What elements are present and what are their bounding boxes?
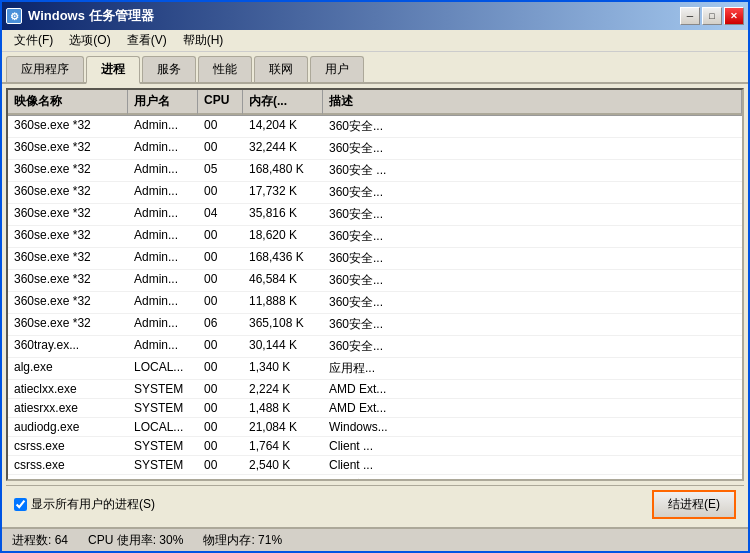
- cpu-usage: CPU 使用率: 30%: [88, 532, 183, 549]
- content-area: 映像名称 用户名 CPU 内存(... 描述 360se.exe *32Admi…: [2, 84, 748, 527]
- table-row[interactable]: csrss.exeSYSTEM001,764 KClient ...: [8, 437, 742, 456]
- table-row[interactable]: csrss.exeSYSTEM002,540 KClient ...: [8, 456, 742, 475]
- tab-network[interactable]: 联网: [254, 56, 308, 82]
- tab-performance[interactable]: 性能: [198, 56, 252, 82]
- table-row[interactable]: 360se.exe *32Admin...0018,620 K360安全...: [8, 226, 742, 248]
- table-row[interactable]: audiodg.exeLOCAL...0021,084 KWindows...: [8, 418, 742, 437]
- table-row[interactable]: 360se.exe *32Admin...0435,816 K360安全...: [8, 204, 742, 226]
- memory-usage: 物理内存: 71%: [203, 532, 282, 549]
- table-row[interactable]: dwm.exeAdmin...0012,984 K桌面窗...: [8, 475, 742, 479]
- title-bar-left: ⚙ Windows 任务管理器: [6, 7, 154, 25]
- process-table: 映像名称 用户名 CPU 内存(... 描述 360se.exe *32Admi…: [6, 88, 744, 481]
- tab-applications[interactable]: 应用程序: [6, 56, 84, 82]
- table-row[interactable]: 360se.exe *32Admin...0011,888 K360安全...: [8, 292, 742, 314]
- bottom-bar: 显示所有用户的进程(S) 结进程(E): [6, 485, 744, 523]
- menu-bar: 文件(F) 选项(O) 查看(V) 帮助(H): [2, 30, 748, 52]
- window-icon: ⚙: [6, 8, 22, 24]
- menu-help[interactable]: 帮助(H): [175, 30, 232, 51]
- tab-users[interactable]: 用户: [310, 56, 364, 82]
- show-all-users-checkbox[interactable]: 显示所有用户的进程(S): [14, 496, 155, 513]
- col-cpu[interactable]: CPU: [198, 90, 243, 115]
- close-button[interactable]: ✕: [724, 7, 744, 25]
- title-bar: ⚙ Windows 任务管理器 ─ □ ✕: [2, 2, 748, 30]
- table-row[interactable]: 360se.exe *32Admin...0046,584 K360安全...: [8, 270, 742, 292]
- menu-view[interactable]: 查看(V): [119, 30, 175, 51]
- table-row[interactable]: alg.exeLOCAL...001,340 K应用程...: [8, 358, 742, 380]
- table-row[interactable]: atiesrxx.exeSYSTEM001,488 KAMD Ext...: [8, 399, 742, 418]
- show-all-label: 显示所有用户的进程(S): [31, 496, 155, 513]
- col-name[interactable]: 映像名称: [8, 90, 128, 115]
- table-row[interactable]: 360se.exe *32Admin...0014,204 K360安全...: [8, 116, 742, 138]
- table-row[interactable]: 360tray.ex...Admin...0030,144 K360安全...: [8, 336, 742, 358]
- col-user[interactable]: 用户名: [128, 90, 198, 115]
- menu-file[interactable]: 文件(F): [6, 30, 61, 51]
- tab-processes[interactable]: 进程: [86, 56, 140, 84]
- table-row[interactable]: 360se.exe *32Admin...0017,732 K360安全...: [8, 182, 742, 204]
- window-title: Windows 任务管理器: [28, 7, 154, 25]
- minimize-button[interactable]: ─: [680, 7, 700, 25]
- tab-services[interactable]: 服务: [142, 56, 196, 82]
- table-row[interactable]: atieclxx.exeSYSTEM002,224 KAMD Ext...: [8, 380, 742, 399]
- menu-options[interactable]: 选项(O): [61, 30, 118, 51]
- end-process-button[interactable]: 结进程(E): [652, 490, 736, 519]
- col-memory[interactable]: 内存(...: [243, 90, 323, 115]
- table-row[interactable]: 360se.exe *32Admin...0032,244 K360安全...: [8, 138, 742, 160]
- table-header: 映像名称 用户名 CPU 内存(... 描述: [8, 90, 742, 116]
- status-bar: 进程数: 64 CPU 使用率: 30% 物理内存: 71%: [2, 527, 748, 551]
- table-row[interactable]: 360se.exe *32Admin...05168,480 K360安全 ..…: [8, 160, 742, 182]
- restore-button[interactable]: □: [702, 7, 722, 25]
- tabs-bar: 应用程序 进程 服务 性能 联网 用户: [2, 52, 748, 84]
- show-all-checkbox-input[interactable]: [14, 498, 27, 511]
- table-row[interactable]: 360se.exe *32Admin...00168,436 K360安全...: [8, 248, 742, 270]
- process-count: 进程数: 64: [12, 532, 68, 549]
- task-manager-window: ⚙ Windows 任务管理器 ─ □ ✕ 文件(F) 选项(O) 查看(V) …: [0, 0, 750, 553]
- table-row[interactable]: 360se.exe *32Admin...06365,108 K360安全...: [8, 314, 742, 336]
- col-desc[interactable]: 描述: [323, 90, 742, 115]
- table-body[interactable]: 360se.exe *32Admin...0014,204 K360安全...3…: [8, 116, 742, 479]
- title-buttons: ─ □ ✕: [680, 7, 744, 25]
